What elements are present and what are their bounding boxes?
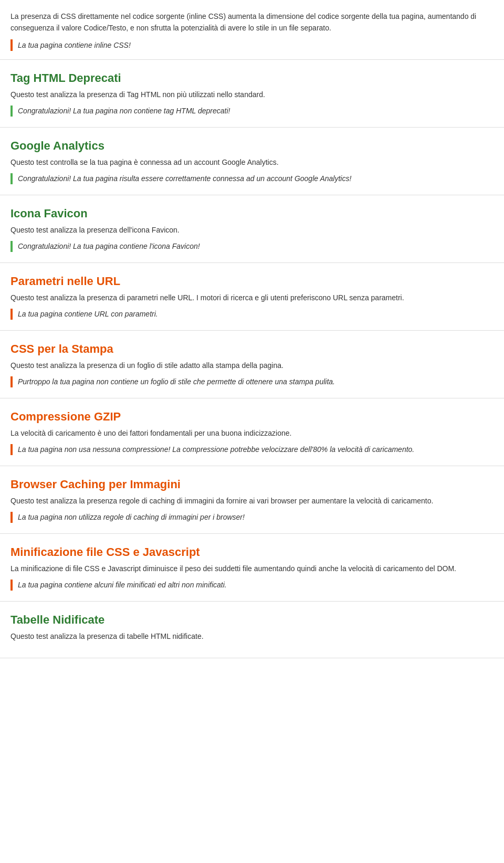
section-desc-minificazione-css-javascript: La minificazione di file CSS e Javascrip… bbox=[10, 563, 494, 574]
section-result-google-analytics: Congratulazioni! La tua pagina risulta e… bbox=[10, 173, 494, 184]
section-desc-icona-favicon: Questo test analizza la presenza dell'ic… bbox=[10, 225, 494, 236]
section-tabelle-nidificate: Tabelle NidificateQuesto test analizza l… bbox=[0, 602, 504, 658]
section-result-icona-favicon: Congratulazioni! La tua pagina contiene … bbox=[10, 241, 494, 252]
section-desc-compressione-gzip: La velocità di caricamento è uno dei fat… bbox=[10, 428, 494, 439]
section-google-analytics: Google AnalyticsQuesto test controlla se… bbox=[0, 128, 504, 195]
section-compressione-gzip: Compressione GZIPLa velocità di caricame… bbox=[0, 398, 504, 466]
section-title-browser-caching-immagini: Browser Caching per Immagini bbox=[10, 478, 494, 491]
section-desc-browser-caching-immagini: Questo test analizza la presenza regole … bbox=[10, 496, 494, 507]
section-desc-tabelle-nidificate: Questo test analizza la presenza di tabe… bbox=[10, 631, 494, 642]
section-title-parametri-nelle-url: Parametri nelle URL bbox=[10, 275, 494, 288]
section-desc-tag-html-deprecati: Questo test analizza la presenza di Tag … bbox=[10, 89, 494, 100]
section-result-tag-html-deprecati: Congratulazioni! La tua pagina non conti… bbox=[10, 106, 494, 117]
section-result-compressione-gzip: La tua pagina non usa nessuna compressio… bbox=[10, 444, 494, 455]
intro-warning: La tua pagina contiene inline CSS! bbox=[10, 39, 494, 51]
section-desc-google-analytics: Questo test controlla se la tua pagina è… bbox=[10, 157, 494, 168]
section-title-tabelle-nidificate: Tabelle Nidificate bbox=[10, 613, 494, 627]
intro-section: La presenza di CSS direttamente nel codi… bbox=[0, 0, 504, 60]
section-title-google-analytics: Google Analytics bbox=[10, 139, 494, 153]
section-desc-css-per-la-stampa: Questo test analizza la presenza di un f… bbox=[10, 360, 494, 371]
section-title-minificazione-css-javascript: Minificazione file CSS e Javascript bbox=[10, 545, 494, 559]
section-title-icona-favicon: Icona Favicon bbox=[10, 207, 494, 220]
section-result-css-per-la-stampa: Purtroppo la tua pagina non contiene un … bbox=[10, 376, 494, 387]
section-result-browser-caching-immagini: La tua pagina non utilizza regole di cac… bbox=[10, 512, 494, 523]
section-parametri-nelle-url: Parametri nelle URLQuesto test analizza … bbox=[0, 263, 504, 331]
intro-text: La presenza di CSS direttamente nel codi… bbox=[10, 10, 494, 34]
section-title-tag-html-deprecati: Tag HTML Deprecati bbox=[10, 71, 494, 85]
section-minificazione-css-javascript: Minificazione file CSS e JavascriptLa mi… bbox=[0, 534, 504, 602]
section-result-minificazione-css-javascript: La tua pagina contiene alcuni file minif… bbox=[10, 580, 494, 591]
section-result-parametri-nelle-url: La tua pagina contiene URL con parametri… bbox=[10, 309, 494, 320]
section-css-per-la-stampa: CSS per la StampaQuesto test analizza la… bbox=[0, 331, 504, 398]
section-title-css-per-la-stampa: CSS per la Stampa bbox=[10, 342, 494, 356]
section-icona-favicon: Icona FaviconQuesto test analizza la pre… bbox=[0, 195, 504, 263]
section-tag-html-deprecati: Tag HTML DeprecatiQuesto test analizza l… bbox=[0, 60, 504, 128]
section-title-compressione-gzip: Compressione GZIP bbox=[10, 410, 494, 424]
section-desc-parametri-nelle-url: Questo test analizza la presenza di para… bbox=[10, 292, 494, 303]
section-browser-caching-immagini: Browser Caching per ImmaginiQuesto test … bbox=[0, 466, 504, 534]
